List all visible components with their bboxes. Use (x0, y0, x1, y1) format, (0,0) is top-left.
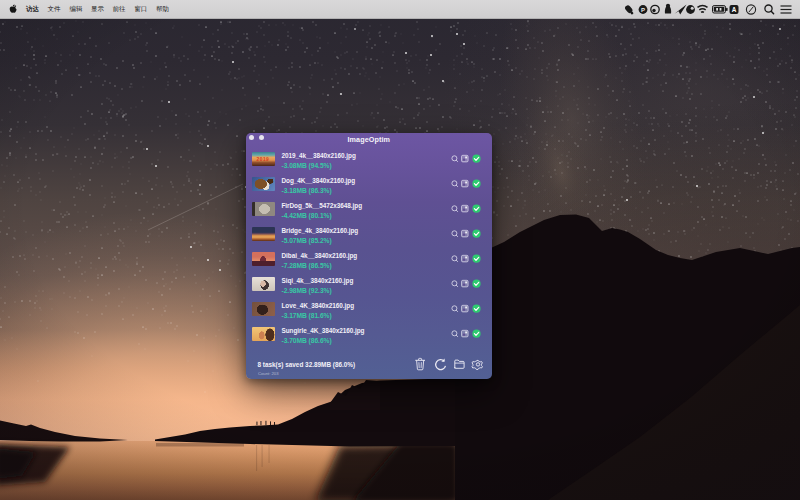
svg-text:A: A (732, 6, 737, 13)
svg-text:P: P (641, 7, 645, 13)
